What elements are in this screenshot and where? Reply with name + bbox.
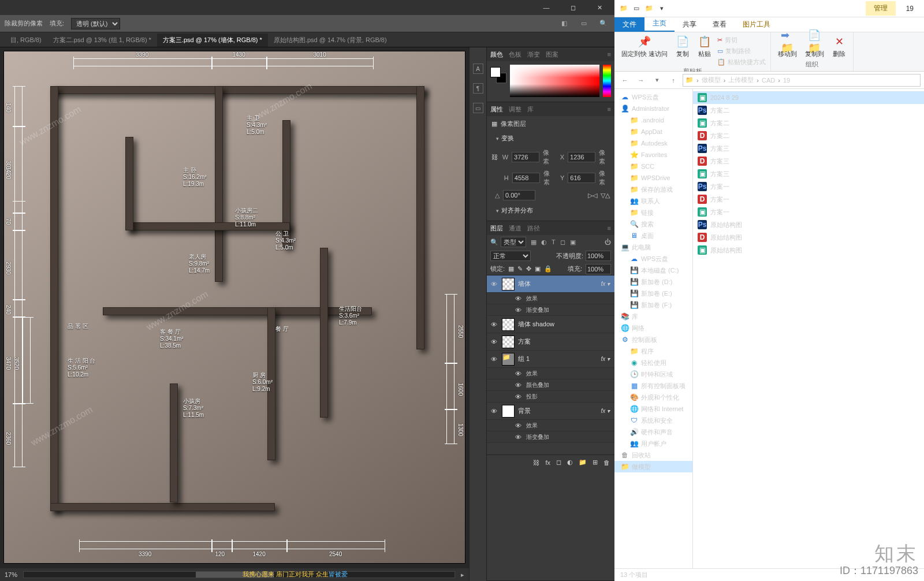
visibility-icon[interactable]: 👁 [489,338,498,345]
tree-node[interactable]: ⚙控制面板 [614,334,692,345]
panel-menu-icon[interactable]: ≡ [608,225,611,232]
prop-align-section[interactable]: 对齐并分布 [491,204,610,217]
file-item[interactable]: Ps方案一 [693,180,924,193]
manage-tab[interactable]: 管理 [866,1,896,16]
tree-node[interactable]: 💾本地磁盘 (C:) [614,265,692,276]
lock-move-icon[interactable]: ✥ [526,265,531,273]
file-item[interactable]: ▣原始结构图 [693,244,924,256]
pin-button[interactable]: 📌固定到快 速访问 [619,33,670,59]
zoom-level[interactable]: 17% [5,571,17,578]
document-tab[interactable]: 方案二.psd @ 13% (组 1, RGB/8) * [47,33,157,47]
tree-node[interactable]: 📚库 [614,311,692,322]
tree-node[interactable]: ☁WPS云盘 [614,253,692,265]
visibility-icon[interactable]: 👁 [489,408,498,415]
flip-v-icon[interactable]: ▽△ [601,192,610,199]
tree-node[interactable]: 🗑回收站 [614,449,692,461]
document-tab[interactable]: 方案三.psd @ 17% (墙体, RGB/8) * [157,33,268,47]
color-spectrum[interactable] [510,65,599,97]
document-tab[interactable]: 原始结构图.psd @ 14.7% (背景, RGB/8) [268,33,393,47]
new-layer-icon[interactable]: ⊞ [593,459,598,466]
visibility-icon[interactable]: 👁 [513,382,523,389]
tree-node[interactable]: 🔍搜索 [614,218,692,230]
ribbon-tab-home[interactable]: 主页 [644,16,675,32]
dock-icon[interactable]: ▭ [473,103,483,113]
tab-color[interactable]: 颜色 [490,50,503,59]
layer-effect-row[interactable]: 👁效果 [487,368,614,379]
layer-row[interactable]: 👁 方案 [487,333,614,351]
qat-open-icon[interactable]: ▭ [631,3,642,14]
ribbon-tab-share[interactable]: 共享 [675,17,705,32]
filter-smart-icon[interactable]: ▣ [570,239,576,246]
filter-toggle[interactable]: ⏻ [605,239,611,245]
file-item[interactable]: D方案三 [693,155,924,167]
document-tab[interactable]: 目, RGB/8) [5,33,47,47]
visibility-icon[interactable]: 👁 [513,370,523,377]
qat-folder-icon[interactable]: 📁 [618,3,629,14]
h-scrollbar[interactable] [23,571,455,578]
tree-node[interactable]: 💻此电脑 [614,241,692,253]
tree-node[interactable]: 💾新加卷 (E:) [614,288,692,299]
visibility-icon[interactable]: 👁 [489,281,498,288]
hue-slider[interactable] [603,65,611,97]
layer-effect-row[interactable]: 👁颜色叠加 [487,379,614,391]
nav-up-icon[interactable]: ↑ [666,73,680,87]
filter-type-icon[interactable]: T [552,239,556,245]
tree-node[interactable]: 👥联系人 [614,195,692,207]
prop-transform-section[interactable]: 变换 [491,132,610,145]
nav-recent-icon[interactable]: ▾ [650,73,664,87]
tree-node[interactable]: 📁做模型 [614,461,692,472]
trash-icon[interactable]: 🗑 [603,459,610,466]
link-toggle-icon[interactable]: ⛓ [491,154,498,161]
layer-row[interactable]: 👁 墙体 shadow [487,316,614,333]
canvas-area[interactable]: 3390143030103390120142025401403010342070… [0,47,469,581]
tree-node[interactable]: 📁SCC [614,161,692,172]
opacity-input[interactable] [586,251,611,261]
filter-icon[interactable]: 🔍 [490,239,498,246]
prop-height[interactable] [512,173,540,183]
tree-node[interactable]: 🛡系统和安全 [614,415,692,426]
file-item[interactable]: Ps方案二 [693,104,924,117]
paste-shortcut-button[interactable]: 📋粘贴快捷方式 [717,57,766,67]
tree-node[interactable]: 💾新加卷 (D:) [614,276,692,288]
prop-x[interactable] [568,152,595,162]
tree-node[interactable]: 📁程序 [614,345,692,357]
layer-effect-row[interactable]: 👁渐变叠加 [487,431,614,443]
tab-layers[interactable]: 图层 [490,224,503,233]
layer-row[interactable]: 👁 📁 组 1fx ▾ [487,351,614,368]
layer-row[interactable]: 👁 背景fx ▾ [487,403,614,420]
file-item[interactable]: ▣方案二 [693,117,924,129]
close-button[interactable]: ✕ [587,1,612,14]
flip-h-icon[interactable]: ▷◁ [588,192,597,199]
filter-shape-icon[interactable]: ◻ [560,239,565,246]
paste-button[interactable]: 📋粘贴 [695,33,714,59]
copypath-button[interactable]: ▭复制路径 [717,46,766,56]
tree-node[interactable]: 💾新加卷 (F:) [614,299,692,311]
visibility-icon[interactable]: 👁 [513,422,523,429]
opt-fill-select[interactable]: 透明 (默认) [71,18,120,29]
lock-all-icon[interactable]: 🔒 [544,265,552,273]
address-bar[interactable]: 📁› 做模型› 上传模型› CAD› 19 [683,74,921,87]
file-item[interactable]: D方案二 [693,129,924,142]
layer-effect-row[interactable]: 👁效果 [487,420,614,431]
tree-node[interactable]: 📁AppDat [614,126,692,137]
adjustment-icon[interactable]: ◐ [567,459,573,466]
panel-menu-icon[interactable]: ≡ [608,106,611,113]
layer-effect-row[interactable]: 👁渐变叠加 [487,304,614,316]
dock-icon[interactable]: A [473,64,483,74]
prop-y[interactable] [568,173,595,183]
fg-bg-swatch[interactable] [490,67,506,83]
nav-tree[interactable]: ☁WPS云盘👤Administrator📁.android📁AppDat📁Aut… [614,89,693,568]
copyto-button[interactable]: 📄📁复制到 [803,33,826,59]
panel-toggle-icon[interactable]: ◧ [558,17,571,30]
filter-adjust-icon[interactable]: ◐ [541,239,547,246]
moveto-button[interactable]: ➡📁移动到 [776,33,799,59]
tab-channels[interactable]: 通道 [509,224,521,233]
tree-node[interactable]: 📁WPSDrive [614,172,692,184]
layer-filter-select[interactable]: 类型 [501,237,526,247]
file-item[interactable]: ▣方案一 [693,206,924,218]
tab-library[interactable]: 库 [527,105,534,114]
tab-gradients[interactable]: 渐变 [527,50,540,59]
layer-effect-row[interactable]: 👁效果 [487,293,614,304]
lock-artboard-icon[interactable]: ▣ [535,265,541,273]
lock-paint-icon[interactable]: ✎ [517,265,523,273]
